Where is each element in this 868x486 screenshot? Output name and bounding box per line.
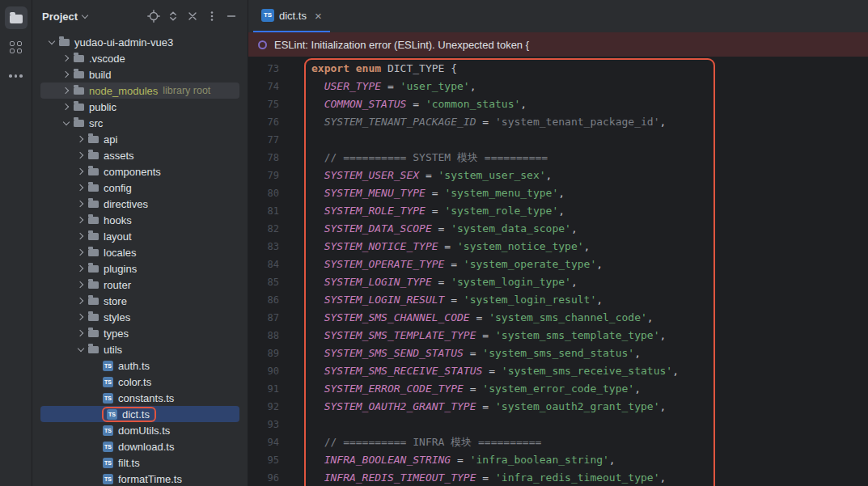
- tree-item-types[interactable]: types: [40, 325, 239, 341]
- chevron-right-icon[interactable]: [74, 149, 87, 162]
- code-line-87[interactable]: 87 SYSTEM_SMS_CHANNEL_CODE = 'system_sms…: [248, 309, 868, 327]
- tree-item-layout[interactable]: layout: [40, 228, 239, 244]
- chevron-right-icon[interactable]: [74, 230, 87, 243]
- code-line-93[interactable]: 93: [248, 416, 868, 433]
- tree-item-label: hooks: [104, 214, 132, 226]
- chevron-right-icon[interactable]: [74, 278, 87, 291]
- chevron-spacer: [89, 472, 102, 485]
- code-line-85[interactable]: 85 SYSTEM_LOGIN_TYPE = 'system_login_typ…: [248, 273, 868, 291]
- chevron-right-icon[interactable]: [74, 133, 87, 146]
- code-text: SYSTEM_ROLE_TYPE = 'system_role_type',: [292, 202, 565, 220]
- chevron-right-icon[interactable]: [74, 213, 87, 226]
- tree-item-src[interactable]: src: [40, 115, 239, 131]
- code-line-77[interactable]: 77: [248, 131, 868, 149]
- chevron-down-icon[interactable]: [74, 343, 87, 356]
- chevron-right-icon[interactable]: [74, 165, 87, 178]
- chevron-down-icon[interactable]: [60, 116, 73, 129]
- chevron-right-icon[interactable]: [74, 181, 87, 194]
- red-annotation-outline: TSdict.ts: [102, 407, 156, 422]
- tree-item-public[interactable]: public: [40, 99, 239, 115]
- structure-tool-window-button[interactable]: [5, 36, 28, 58]
- code-line-94[interactable]: 94 // ========== INFRA 模块 ==========: [248, 433, 868, 451]
- more-tool-windows-button[interactable]: [5, 65, 28, 87]
- code-line-95[interactable]: 95 INFRA_BOOLEAN_STRING = 'infra_boolean…: [248, 451, 868, 469]
- code-line-73[interactable]: 73export enum DICT_TYPE {: [248, 60, 868, 78]
- tree-item-label: utils: [104, 344, 122, 356]
- tree-item-api[interactable]: api: [40, 131, 239, 147]
- tree-item-color-ts[interactable]: TScolor.ts: [40, 374, 239, 390]
- chevron-down-icon[interactable]: [45, 36, 58, 49]
- tree-item-store[interactable]: store: [40, 293, 239, 309]
- collapse-all-button[interactable]: [183, 6, 202, 26]
- tree-item-filt-ts[interactable]: TSfilt.ts: [40, 454, 239, 471]
- expand-all-button[interactable]: [163, 6, 183, 26]
- tree-item-router[interactable]: router: [40, 277, 239, 293]
- code-line-80[interactable]: 80 SYSTEM_MENU_TYPE = 'system_menu_type'…: [248, 184, 868, 202]
- tree-item-plugins[interactable]: plugins: [40, 260, 239, 277]
- code-line-91[interactable]: 91 SYSTEM_ERROR_CODE_TYPE = 'system_erro…: [248, 380, 868, 398]
- expand-icon: [167, 10, 180, 23]
- tree-item-auth-ts[interactable]: TSauth.ts: [40, 357, 239, 374]
- tree-item-assets[interactable]: assets: [40, 147, 239, 163]
- line-number: 90: [248, 362, 292, 380]
- code-line-78[interactable]: 78 // ========== SYSTEM 模块 ==========: [248, 149, 868, 167]
- panel-options-button[interactable]: [202, 6, 222, 26]
- editor-tab-dict-ts[interactable]: TS dict.ts ×: [253, 0, 330, 32]
- tree-item-build[interactable]: build: [40, 66, 239, 82]
- tree-item-content: TSdownload.ts: [102, 438, 174, 454]
- code-line-84[interactable]: 84 SYSTEM_OPERATE_TYPE = 'system_operate…: [248, 256, 868, 273]
- chevron-right-icon[interactable]: [60, 68, 73, 81]
- hide-panel-button[interactable]: [222, 6, 241, 26]
- tree-item-hooks[interactable]: hooks: [40, 212, 239, 228]
- project-panel-title[interactable]: Project: [42, 11, 78, 23]
- tree-item-content: TScolor.ts: [102, 374, 151, 390]
- code-line-76[interactable]: 76 SYSTEM_TENANT_PACKAGE_ID = 'system_te…: [248, 113, 868, 131]
- code-line-74[interactable]: 74 USER_TYPE = 'user_type',: [248, 78, 868, 95]
- chevron-right-icon[interactable]: [74, 311, 87, 323]
- chevron-right-icon[interactable]: [74, 327, 87, 340]
- code-line-96[interactable]: 96 INFRA_REDIS_TIMEOUT_TYPE = 'infra_red…: [248, 469, 868, 486]
- tree-item-label: yudao-ui-admin-vue3: [74, 36, 173, 49]
- project-tool-window-button[interactable]: [5, 6, 28, 29]
- tree-item-node-modules[interactable]: node_moduleslibrary root: [40, 82, 239, 99]
- tree-item-label: layout: [104, 230, 132, 243]
- code-line-75[interactable]: 75 COMMON_STATUS = 'common_status',: [248, 95, 868, 113]
- code-line-90[interactable]: 90 SYSTEM_SMS_RECEIVE_STATUS = 'system_s…: [248, 362, 868, 380]
- tree-item-download-ts[interactable]: TSdownload.ts: [40, 438, 239, 454]
- chevron-right-icon[interactable]: [74, 262, 87, 275]
- tree-item-components[interactable]: components: [40, 163, 239, 180]
- tree-item-yudao-ui-admin-vue3[interactable]: yudao-ui-admin-vue3: [40, 34, 239, 50]
- chevron-right-icon[interactable]: [60, 100, 73, 113]
- code-line-79[interactable]: 79 SYSTEM_USER_SEX = 'system_user_sex',: [248, 167, 868, 184]
- code-line-88[interactable]: 88 SYSTEM_SMS_TEMPLATE_TYPE = 'system_sm…: [248, 327, 868, 344]
- code-line-83[interactable]: 83 SYSTEM_NOTICE_TYPE = 'system_notice_t…: [248, 238, 868, 256]
- chevron-right-icon[interactable]: [74, 246, 87, 259]
- chevron-right-icon[interactable]: [60, 52, 73, 65]
- tree-item-utils[interactable]: utils: [40, 341, 239, 357]
- tree-item-directives[interactable]: directives: [40, 196, 239, 212]
- tree-item-locales[interactable]: locales: [40, 244, 239, 260]
- tree-item-styles[interactable]: styles: [40, 309, 239, 325]
- tree-item-formattime-ts[interactable]: TSformatTime.ts: [40, 471, 239, 486]
- code-line-81[interactable]: 81 SYSTEM_ROLE_TYPE = 'system_role_type'…: [248, 202, 868, 220]
- tree-item--vscode[interactable]: .vscode: [40, 50, 239, 66]
- line-number: 83: [248, 238, 292, 256]
- tree-item-constants-ts[interactable]: TSconstants.ts: [40, 390, 239, 406]
- chevron-right-icon[interactable]: [74, 294, 87, 307]
- close-icon[interactable]: ×: [315, 9, 322, 23]
- code-line-89[interactable]: 89 SYSTEM_SMS_SEND_STATUS = 'system_sms_…: [248, 344, 868, 362]
- locate-file-button[interactable]: [144, 6, 163, 26]
- chevron-right-icon[interactable]: [60, 84, 73, 97]
- chevron-right-icon[interactable]: [74, 197, 87, 210]
- chevron-down-icon[interactable]: [79, 11, 91, 22]
- typescript-file-icon: TS: [103, 377, 113, 387]
- code-editor[interactable]: 73export enum DICT_TYPE {74 USER_TYPE = …: [248, 57, 868, 486]
- tree-item-dict-ts[interactable]: TSdict.ts: [40, 406, 239, 422]
- folder-icon: [88, 281, 99, 289]
- code-line-86[interactable]: 86 SYSTEM_LOGIN_RESULT = 'system_login_r…: [248, 291, 868, 309]
- code-line-92[interactable]: 92 SYSTEM_OAUTH2_GRANT_TYPE = 'system_oa…: [248, 398, 868, 416]
- code-line-82[interactable]: 82 SYSTEM_DATA_SCOPE = 'system_data_scop…: [248, 220, 868, 238]
- tree-item-domutils-ts[interactable]: TSdomUtils.ts: [40, 422, 239, 438]
- tree-item-config[interactable]: config: [40, 180, 239, 196]
- line-number: 89: [248, 344, 292, 362]
